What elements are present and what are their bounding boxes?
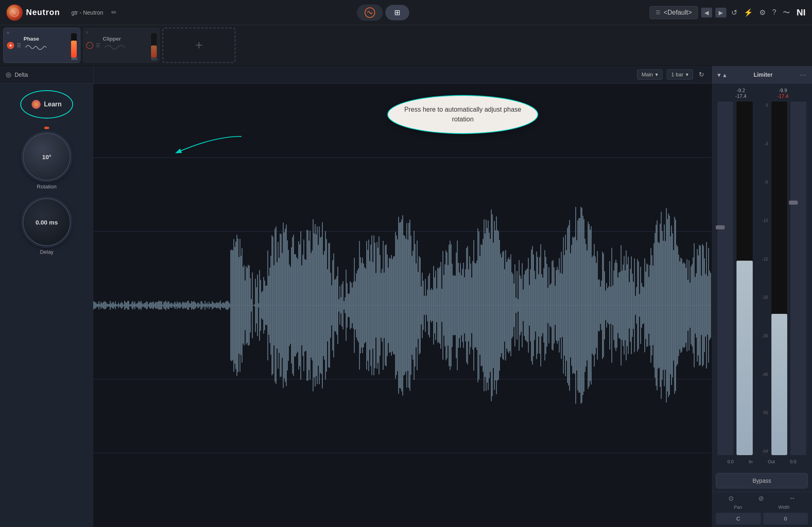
svg-rect-289: [382, 269, 382, 341]
learn-button[interactable]: Learn: [20, 90, 73, 119]
svg-rect-70: [156, 302, 157, 309]
svg-rect-219: [310, 231, 311, 380]
limiter-chevron-up-icon[interactable]: ▴: [723, 71, 726, 79]
svg-rect-444: [541, 274, 542, 337]
clipper-close-button[interactable]: ✕: [85, 30, 89, 35]
svg-rect-548: [648, 277, 649, 334]
svg-rect-185: [274, 229, 275, 382]
clipper-list-icon[interactable]: ☰: [96, 43, 100, 48]
svg-rect-478: [577, 240, 577, 370]
clipper-mix-label: Mix: [151, 57, 158, 61]
phase-plugin-card[interactable]: ● ☰ Phase Mix ✕: [3, 28, 80, 63]
scale-50: -50: [756, 410, 768, 415]
svg-rect-425: [522, 263, 523, 348]
svg-rect-461: [559, 258, 560, 353]
svg-rect-537: [637, 259, 638, 352]
svg-rect-577: [678, 255, 679, 356]
right-slider[interactable]: [790, 102, 806, 455]
svg-rect-322: [416, 264, 417, 348]
help-icon[interactable]: ?: [771, 6, 778, 18]
main-content: ◎ Delta Learn 10° Rotation: [0, 66, 812, 527]
rotation-knob[interactable]: 10°: [22, 132, 71, 181]
svg-rect-283: [376, 273, 376, 338]
svg-rect-140: [228, 302, 229, 309]
svg-rect-358: [453, 275, 454, 335]
add-plugin-button[interactable]: +: [162, 28, 235, 63]
phase-list-icon[interactable]: ☰: [17, 43, 21, 48]
svg-rect-392: [488, 220, 489, 391]
width-value-button[interactable]: 0: [763, 513, 808, 525]
svg-rect-542: [642, 286, 643, 324]
svg-rect-476: [574, 237, 575, 374]
svg-rect-101: [188, 301, 189, 310]
limiter-more-icon[interactable]: ⋯: [800, 71, 806, 79]
svg-rect-221: [312, 250, 313, 360]
svg-rect-167: [256, 287, 257, 323]
svg-rect-327: [421, 286, 422, 324]
svg-rect-285: [378, 248, 378, 363]
left-slider[interactable]: [717, 102, 733, 455]
svg-rect-217: [308, 230, 309, 380]
midi-icon[interactable]: 〜: [781, 6, 792, 19]
svg-rect-131: [219, 302, 220, 309]
width-icon[interactable]: ↔: [789, 495, 795, 502]
svg-rect-588: [690, 283, 691, 328]
bypass-button[interactable]: Bypass: [716, 473, 808, 488]
svg-rect-547: [648, 264, 648, 346]
left-slider-thumb[interactable]: [716, 225, 725, 229]
bar-select[interactable]: 1 bar ▾: [667, 69, 693, 80]
svg-rect-15: [99, 304, 100, 307]
svg-rect-353: [448, 265, 449, 346]
lightning-icon[interactable]: ⚡: [742, 6, 754, 19]
svg-rect-278: [370, 244, 371, 366]
loop-icon[interactable]: ↻: [697, 69, 706, 80]
add-icon: +: [195, 38, 203, 53]
svg-rect-434: [531, 249, 532, 361]
svg-rect-294: [387, 255, 388, 356]
svg-rect-334: [428, 276, 429, 335]
delay-knob[interactable]: 0.00 ms: [22, 198, 71, 246]
svg-rect-126: [214, 303, 215, 308]
svg-rect-411: [508, 259, 508, 352]
right-slider-thumb[interactable]: [789, 201, 798, 205]
svg-rect-480: [579, 218, 579, 393]
svg-rect-79: [166, 300, 166, 310]
svg-rect-556: [657, 220, 658, 390]
svg-rect-544: [644, 258, 645, 352]
svg-rect-271: [363, 264, 364, 348]
prev-preset-button[interactable]: ◀: [701, 8, 712, 17]
limiter-chevron-down-icon[interactable]: ▾: [717, 71, 721, 79]
settings-icon[interactable]: ⚙: [758, 6, 767, 19]
link-icon[interactable]: ⊙: [728, 495, 734, 502]
clipper-power-button[interactable]: ○: [86, 42, 93, 49]
main-select[interactable]: Main ▾: [637, 69, 663, 80]
svg-rect-555: [656, 225, 657, 386]
svg-rect-520: [620, 272, 620, 339]
phase-close-button[interactable]: ✕: [6, 30, 10, 36]
grid-button[interactable]: ⊞: [385, 5, 409, 20]
history-icon[interactable]: ↺: [730, 6, 739, 19]
phase-power-button[interactable]: ●: [7, 42, 14, 49]
pan-value-button[interactable]: C: [716, 513, 761, 525]
svg-rect-266: [358, 268, 359, 342]
svg-rect-493: [592, 257, 593, 354]
svg-rect-240: [331, 285, 332, 325]
svg-rect-284: [377, 242, 378, 369]
svg-rect-171: [260, 280, 261, 331]
clipper-plugin-card[interactable]: ○ ☰ Clipper Mix ✕: [83, 28, 160, 63]
svg-rect-539: [639, 294, 640, 317]
pan-icon[interactable]: ⊘: [758, 495, 764, 502]
visualizer-button[interactable]: [357, 4, 383, 21]
svg-rect-479: [577, 220, 578, 390]
svg-rect-234: [325, 231, 326, 380]
svg-rect-352: [447, 252, 447, 359]
svg-rect-183: [272, 237, 273, 374]
edit-icon[interactable]: ✏: [111, 9, 117, 16]
svg-rect-11: [95, 302, 96, 309]
next-preset-button[interactable]: ▶: [715, 8, 726, 17]
svg-rect-61: [147, 302, 148, 309]
svg-rect-145: [233, 239, 234, 371]
svg-rect-259: [351, 283, 352, 328]
svg-rect-454: [552, 261, 553, 350]
svg-rect-62: [148, 304, 149, 306]
